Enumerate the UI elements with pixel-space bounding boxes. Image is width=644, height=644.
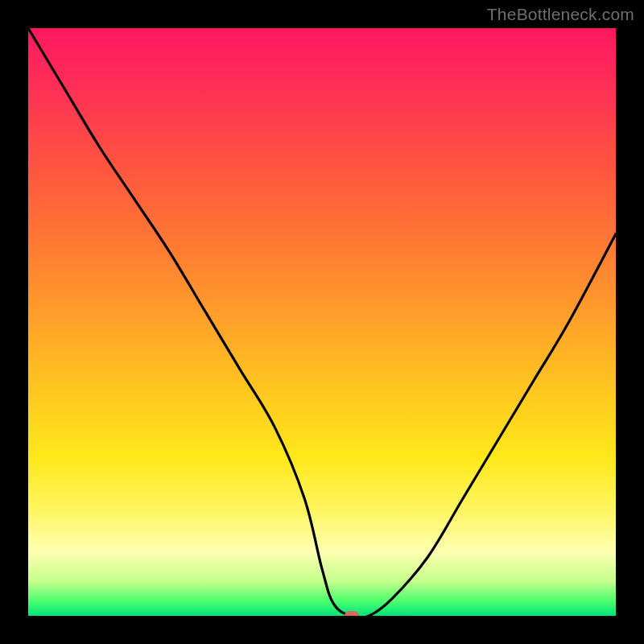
watermark-text: TheBottleneck.com: [487, 5, 634, 24]
chart-frame: TheBottleneck.com: [0, 0, 644, 644]
bottleneck-curve: [28, 28, 616, 616]
minimum-marker: [345, 611, 359, 616]
plot-area: [28, 28, 616, 616]
